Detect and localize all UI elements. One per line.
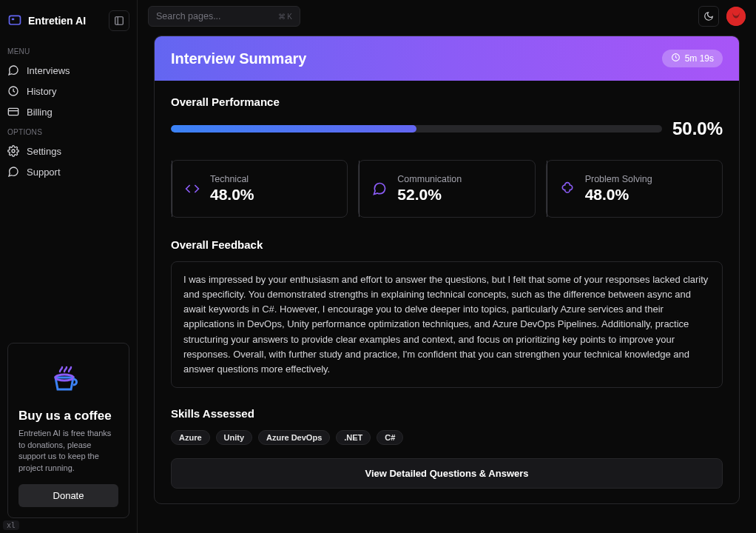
sidebar-item-interviews[interactable]: Interviews (0, 60, 137, 81)
metric-label: Communication (397, 174, 462, 184)
sidebar-item-history[interactable]: History (0, 81, 137, 101)
topbar: Search pages... ⌘ K (138, 0, 756, 33)
avatar[interactable] (726, 7, 746, 26)
metric-value: 52.0% (397, 186, 462, 204)
overall-percent: 50.0% (672, 118, 723, 139)
search-kbd: ⌘ K (278, 13, 292, 21)
history-icon (7, 85, 19, 97)
message-icon (372, 181, 387, 196)
progress-bar (171, 125, 662, 133)
sidebar-item-billing[interactable]: Billing (0, 101, 137, 122)
summary-body: Overall Performance 50.0% Technical 48.0… (155, 81, 739, 503)
skill-pill: C# (377, 430, 403, 445)
skills-label: Skills Assessed (171, 407, 723, 420)
svg-point-7 (12, 150, 15, 152)
collapse-sidebar-button[interactable] (109, 10, 129, 31)
nav-label: Settings (27, 146, 61, 157)
progress-fill (171, 125, 416, 133)
content: Interview Summary 5m 19s Overall Perform… (138, 33, 756, 514)
nav-label: History (27, 86, 56, 97)
view-details-button[interactable]: View Detailed Questions & Answers (171, 458, 723, 489)
svg-rect-0 (10, 16, 21, 24)
sidebar-item-settings[interactable]: Settings (0, 141, 137, 161)
summary-header: Interview Summary 5m 19s (155, 36, 739, 81)
svg-rect-5 (8, 108, 18, 115)
donate-desc: Entretien AI is free thanks to donations… (18, 428, 118, 474)
metric-label: Problem Solving (585, 174, 652, 184)
skill-pill: Unity (216, 430, 253, 445)
page-title: Interview Summary (171, 50, 306, 67)
nav-label: Interviews (27, 65, 70, 76)
metric-value: 48.0% (210, 186, 254, 204)
sidebar-header: Entretien AI (0, 7, 137, 41)
overall-progress-row: 50.0% (171, 118, 723, 139)
sidebar-item-support[interactable]: Support (0, 161, 137, 182)
coffee-icon (45, 354, 92, 401)
metrics-row: Technical 48.0% Communication 52.0% (171, 160, 723, 218)
theme-toggle-button[interactable] (698, 6, 719, 27)
metric-problem-solving: Problem Solving 48.0% (546, 160, 723, 218)
svg-rect-1 (12, 19, 14, 21)
logo-icon (7, 13, 22, 28)
search-placeholder: Search pages... (156, 11, 221, 21)
app-name: Entretien AI (28, 15, 86, 27)
duration-text: 5m 19s (685, 53, 714, 64)
logo[interactable]: Entretien AI (7, 13, 86, 28)
options-label: OPTIONS (0, 122, 137, 141)
summary-card: Interview Summary 5m 19s Overall Perform… (154, 36, 740, 504)
main: Search pages... ⌘ K Interview Summary 5m… (138, 0, 756, 533)
chat-icon (7, 64, 19, 76)
skills-row: Azure Unity Azure DevOps .NET C# (171, 430, 723, 445)
feedback-text: I was impressed by your enthusiasm and e… (171, 261, 723, 388)
metric-technical: Technical 48.0% (171, 160, 348, 218)
brain-icon (560, 181, 575, 196)
feedback-label: Overall Feedback (171, 238, 723, 251)
clock-icon (671, 53, 681, 64)
duration-badge: 5m 19s (662, 50, 723, 67)
metric-label: Technical (210, 174, 254, 184)
nav-label: Billing (27, 107, 53, 118)
card-icon (7, 106, 19, 118)
support-icon (7, 166, 19, 178)
code-icon (185, 181, 200, 196)
gear-icon (7, 145, 19, 157)
breakpoint-indicator: xl (3, 520, 19, 530)
metric-communication: Communication 52.0% (358, 160, 535, 218)
donate-button[interactable]: Donate (18, 484, 118, 507)
sidebar: Entretien AI MENU Interviews History Bil… (0, 0, 138, 533)
donate-card: Buy us a coffee Entretien AI is free tha… (7, 343, 129, 518)
skill-pill: Azure (171, 430, 210, 445)
metric-value: 48.0% (585, 186, 652, 204)
nav-label: Support (27, 167, 61, 178)
search-input[interactable]: Search pages... ⌘ K (148, 6, 300, 27)
menu-label: MENU (0, 41, 137, 60)
skill-pill: Azure DevOps (258, 430, 330, 445)
overall-performance-label: Overall Performance (171, 95, 723, 108)
svg-rect-2 (115, 17, 124, 25)
skill-pill: .NET (336, 430, 371, 445)
donate-title: Buy us a coffee (18, 409, 118, 423)
